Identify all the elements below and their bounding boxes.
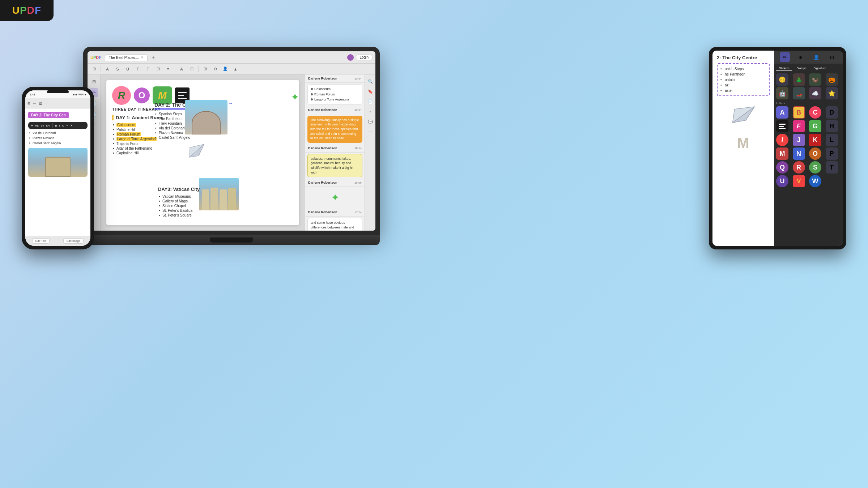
app-logo-small: UPDF [90, 55, 101, 60]
panel-user-icon[interactable]: 👤 [811, 52, 821, 62]
comment-star: ✦ [307, 188, 362, 207]
list-item: St. Peter's Basilica [158, 208, 227, 213]
letter-sticker-A[interactable]: A [776, 106, 788, 119]
phone-tool-more[interactable]: ⋯ [45, 102, 48, 105]
edit-text-button[interactable]: Edit Text [32, 238, 50, 244]
phone-format-bold[interactable]: B [55, 124, 57, 127]
comment-time-4: 16:56 [354, 181, 362, 184]
logo-p: P [20, 5, 27, 16]
tool-strikethrough-icon[interactable]: S [114, 65, 121, 73]
letter-sticker-W[interactable]: W [809, 175, 821, 187]
tool-font-icon[interactable]: A [104, 65, 111, 73]
tablet-panel-toolbar: ✏ ⊞ 👤 ⊡ [774, 51, 843, 64]
phone-tool-home[interactable]: ⊞ [27, 102, 30, 105]
sticker-emoji-1[interactable]: 😊 [776, 73, 788, 86]
letter-sticker-B[interactable]: B [793, 106, 805, 119]
list-item: Castel Sant' Angelo [154, 135, 227, 140]
e-bar-bot [178, 98, 187, 99]
header-right: Login [347, 54, 373, 61]
tool-fill-icon[interactable]: ▲ [232, 65, 239, 73]
phone-format-align[interactable]: ≡ [66, 124, 68, 127]
tool-textbox-icon[interactable]: T [144, 65, 152, 73]
panel-stamp-icon[interactable]: ⊞ [795, 52, 805, 62]
panel-expand-icon[interactable]: ⊡ [827, 52, 837, 62]
sticker-emoji-7[interactable]: ☁️ [809, 87, 821, 99]
letter-sticker-J[interactable]: J [793, 134, 805, 146]
new-tab-icon[interactable]: + [150, 55, 157, 60]
tool-lines-icon[interactable]: ≡ [165, 65, 172, 73]
comment-bubble-5: and some have obvious differences betwee… [307, 218, 362, 231]
green-star-icon: ✦ [331, 191, 339, 205]
rs-more-icon[interactable]: ⋯ [366, 128, 374, 136]
tool-underline-icon[interactable]: U [124, 65, 131, 73]
laptop-body: UPDF The Best Places.... ✕ + Login ⊞ [83, 47, 380, 235]
sticker-emoji-6[interactable]: 🏎️ [793, 87, 805, 99]
tool-pen-icon[interactable]: ⊙ [212, 65, 219, 73]
phone-format-font[interactable]: Aa [35, 124, 39, 127]
phone-format-size[interactable]: 14 [41, 124, 44, 127]
letter-sticker-S[interactable]: S [809, 161, 821, 174]
document-tab[interactable]: The Best Places.... ✕ [105, 54, 148, 61]
app-header: UPDF The Best Places.... ✕ + Login [88, 51, 375, 64]
tool-user-icon[interactable]: 👤 [222, 65, 229, 73]
letter-sticker-E[interactable] [776, 120, 788, 132]
tab-signature[interactable]: Signature [811, 66, 829, 71]
sticker-emoji-2[interactable]: 🎄 [793, 73, 805, 86]
phone-format-style[interactable]: NV [46, 124, 50, 127]
rs-comment-icon[interactable]: 💬 [366, 118, 374, 126]
sticker-emoji-5[interactable]: 🤖 [776, 87, 788, 99]
sidebar-home-icon[interactable]: ⊞ [90, 77, 98, 86]
rs-search-icon[interactable]: 🔍 [366, 77, 374, 85]
letter-sticker-N[interactable]: N [793, 147, 805, 160]
letter-sticker-F[interactable]: F [793, 120, 805, 132]
sticker-emoji-8[interactable]: ⭐ [826, 87, 838, 99]
tool-text-icon[interactable]: T [134, 65, 141, 73]
comment-place-roman-forum: Roman Forum [314, 92, 335, 97]
letter-sticker-M[interactable]: M [776, 147, 788, 160]
rs-page-icon[interactable]: 📄 [366, 98, 374, 106]
phone-tool-image[interactable]: 🖼 [39, 102, 42, 105]
sticker-emoji-4[interactable]: 🎃 [826, 73, 838, 86]
sticker-emoji-3[interactable]: 🦦 [809, 73, 821, 86]
tool-grid-icon[interactable]: ⊞ [90, 65, 98, 73]
editor-toolbar: ⊞ A S U T T ⊡ ≡ A ⊟ ⊞ ⊙ 👤 ▲ [88, 64, 375, 74]
rs-bookmark-icon[interactable]: 🔖 [366, 87, 374, 95]
phone-format-italic[interactable]: I [59, 124, 60, 127]
letter-sticker-P[interactable]: P [826, 147, 838, 160]
sticker-panel-content: Stickers Stamps Signature 😊 🎄 🦦 🎃 🤖 🏎️ ☁… [774, 64, 843, 246]
letter-sticker-Q[interactable]: Q [776, 161, 788, 174]
letter-sticker-placeholder[interactable]: D [826, 106, 838, 119]
user-avatar[interactable] [347, 54, 354, 61]
logo-d: D [27, 5, 35, 16]
phone-tool-pen[interactable]: ✏ [33, 102, 36, 105]
rs-share-icon[interactable]: ↑ [366, 108, 374, 116]
phone-format-color[interactable]: ● [31, 124, 33, 127]
letter-sticker-C[interactable]: C [809, 106, 821, 119]
panel-pen-icon[interactable]: ✏ [780, 52, 790, 62]
day3-title: DAY3: Vatican City [158, 187, 227, 192]
tab-stamps[interactable]: Stamps [793, 66, 809, 71]
phone-signal-icon: ●●● [73, 93, 77, 96]
tool-header-icon[interactable]: A [178, 65, 185, 73]
letter-sticker-R[interactable]: R [793, 161, 805, 174]
logo-f: F [35, 5, 41, 16]
letter-sticker-K[interactable]: K [809, 134, 821, 146]
tab-stickers[interactable]: Stickers [776, 66, 792, 71]
letter-sticker-H[interactable]: H [826, 120, 838, 132]
login-button[interactable]: Login [356, 54, 373, 60]
edit-image-button[interactable]: Edit Image [63, 238, 84, 244]
tool-image-icon[interactable]: ⊟ [188, 65, 195, 73]
letter-sticker-U[interactable]: U [776, 175, 788, 187]
tab-close-icon[interactable]: ✕ [141, 56, 144, 59]
tool-shapes-icon[interactable]: ⊞ [201, 65, 209, 73]
letter-sticker-V[interactable]: V [793, 175, 805, 187]
letter-sticker-T[interactable]: T [826, 161, 838, 174]
tool-box-icon[interactable]: ⊡ [154, 65, 162, 73]
phone-format-close[interactable]: ✕ [70, 124, 73, 127]
letter-sticker-G[interactable]: G [809, 120, 821, 132]
letter-sticker-O[interactable]: O [809, 147, 821, 160]
comment-bubble-3: palaces, monuments, lakes, gardens, natu… [307, 154, 362, 177]
letter-sticker-I[interactable]: I [776, 134, 788, 146]
phone-format-underline[interactable]: U [62, 124, 64, 127]
letter-sticker-L[interactable]: L [826, 134, 838, 146]
